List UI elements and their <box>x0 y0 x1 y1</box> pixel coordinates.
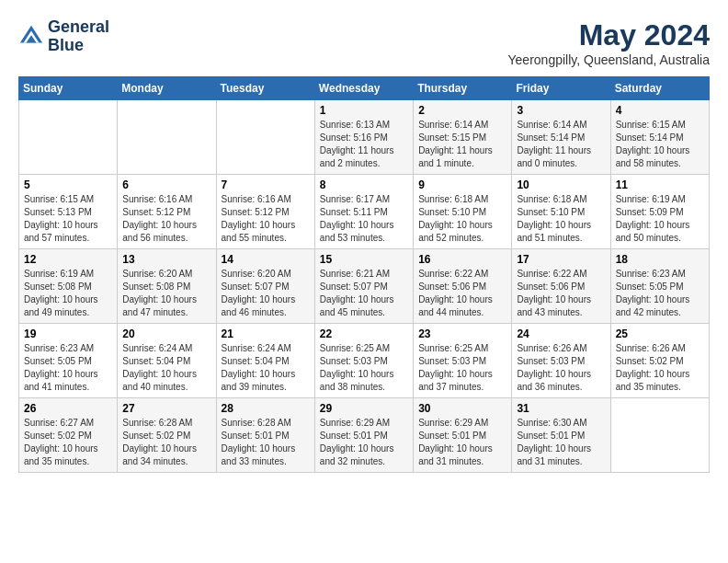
day-info: Sunrise: 6:27 AM Sunset: 5:02 PM Dayligh… <box>24 417 112 468</box>
calendar-cell: 4Sunrise: 6:15 AM Sunset: 5:14 PM Daylig… <box>610 100 709 175</box>
calendar-cell: 1Sunrise: 6:13 AM Sunset: 5:16 PM Daylig… <box>314 100 413 175</box>
calendar-cell: 2Sunrise: 6:14 AM Sunset: 5:15 PM Daylig… <box>414 100 512 175</box>
weekday-header-friday: Friday <box>512 77 610 100</box>
day-info: Sunrise: 6:22 AM Sunset: 5:06 PM Dayligh… <box>418 268 506 319</box>
weekday-header-monday: Monday <box>118 77 216 100</box>
calendar-cell <box>610 398 709 473</box>
day-info: Sunrise: 6:26 AM Sunset: 5:02 PM Dayligh… <box>616 342 704 394</box>
calendar-cell: 29Sunrise: 6:29 AM Sunset: 5:01 PM Dayli… <box>314 398 413 473</box>
day-info: Sunrise: 6:16 AM Sunset: 5:12 PM Dayligh… <box>222 193 310 245</box>
day-info: Sunrise: 6:20 AM Sunset: 5:08 PM Dayligh… <box>122 268 210 319</box>
logo-text: General Blue <box>48 18 109 55</box>
day-number: 7 <box>222 178 310 191</box>
day-info: Sunrise: 6:23 AM Sunset: 5:05 PM Dayligh… <box>616 268 704 319</box>
calendar-cell: 5Sunrise: 6:15 AM Sunset: 5:13 PM Daylig… <box>19 175 118 249</box>
calendar-cell: 18Sunrise: 6:23 AM Sunset: 5:05 PM Dayli… <box>610 249 709 324</box>
day-info: Sunrise: 6:21 AM Sunset: 5:07 PM Dayligh… <box>320 268 408 319</box>
calendar-cell: 23Sunrise: 6:25 AM Sunset: 5:03 PM Dayli… <box>414 324 512 398</box>
calendar-cell: 16Sunrise: 6:22 AM Sunset: 5:06 PM Dayli… <box>414 249 512 324</box>
weekday-header-sunday: Sunday <box>19 77 118 100</box>
week-row-1: 1Sunrise: 6:13 AM Sunset: 5:16 PM Daylig… <box>19 100 710 175</box>
day-number: 31 <box>517 402 605 415</box>
day-number: 23 <box>418 327 506 340</box>
calendar-cell <box>216 100 314 175</box>
day-info: Sunrise: 6:15 AM Sunset: 5:13 PM Dayligh… <box>24 193 112 245</box>
calendar-cell: 19Sunrise: 6:23 AM Sunset: 5:05 PM Dayli… <box>19 324 118 398</box>
day-number: 29 <box>320 402 408 415</box>
day-number: 25 <box>616 327 704 340</box>
calendar-cell: 7Sunrise: 6:16 AM Sunset: 5:12 PM Daylig… <box>216 175 314 249</box>
weekday-header-thursday: Thursday <box>414 77 512 100</box>
day-number: 4 <box>616 104 704 117</box>
day-info: Sunrise: 6:14 AM Sunset: 5:14 PM Dayligh… <box>517 119 605 170</box>
day-number: 5 <box>24 178 112 191</box>
calendar-cell: 28Sunrise: 6:28 AM Sunset: 5:01 PM Dayli… <box>216 398 314 473</box>
day-number: 17 <box>517 253 605 266</box>
calendar-cell: 6Sunrise: 6:16 AM Sunset: 5:12 PM Daylig… <box>118 175 216 249</box>
week-row-3: 12Sunrise: 6:19 AM Sunset: 5:08 PM Dayli… <box>19 249 710 324</box>
day-info: Sunrise: 6:29 AM Sunset: 5:01 PM Dayligh… <box>320 417 408 468</box>
calendar-cell: 8Sunrise: 6:17 AM Sunset: 5:11 PM Daylig… <box>314 175 413 249</box>
calendar-cell: 11Sunrise: 6:19 AM Sunset: 5:09 PM Dayli… <box>610 175 709 249</box>
day-number: 27 <box>122 402 210 415</box>
day-info: Sunrise: 6:22 AM Sunset: 5:06 PM Dayligh… <box>517 268 605 319</box>
day-number: 16 <box>418 253 506 266</box>
calendar-cell: 31Sunrise: 6:30 AM Sunset: 5:01 PM Dayli… <box>512 398 610 473</box>
day-info: Sunrise: 6:16 AM Sunset: 5:12 PM Dayligh… <box>122 193 210 245</box>
month-year: May 2024 <box>508 18 710 52</box>
calendar-cell <box>19 100 118 175</box>
day-number: 14 <box>222 253 310 266</box>
day-info: Sunrise: 6:15 AM Sunset: 5:14 PM Dayligh… <box>616 119 704 170</box>
title-block: May 2024 Yeerongpilly, Queensland, Austr… <box>508 18 710 67</box>
weekday-header-saturday: Saturday <box>610 77 709 100</box>
day-info: Sunrise: 6:23 AM Sunset: 5:05 PM Dayligh… <box>24 342 112 394</box>
day-number: 24 <box>517 327 605 340</box>
day-number: 30 <box>418 402 506 415</box>
week-row-5: 26Sunrise: 6:27 AM Sunset: 5:02 PM Dayli… <box>19 398 710 473</box>
calendar-cell: 21Sunrise: 6:24 AM Sunset: 5:04 PM Dayli… <box>216 324 314 398</box>
week-row-4: 19Sunrise: 6:23 AM Sunset: 5:05 PM Dayli… <box>19 324 710 398</box>
day-number: 11 <box>616 178 704 191</box>
day-info: Sunrise: 6:14 AM Sunset: 5:15 PM Dayligh… <box>418 119 506 170</box>
calendar-cell: 12Sunrise: 6:19 AM Sunset: 5:08 PM Dayli… <box>19 249 118 324</box>
day-number: 22 <box>320 327 408 340</box>
calendar-cell: 17Sunrise: 6:22 AM Sunset: 5:06 PM Dayli… <box>512 249 610 324</box>
calendar-cell: 25Sunrise: 6:26 AM Sunset: 5:02 PM Dayli… <box>610 324 709 398</box>
weekday-header-row: SundayMondayTuesdayWednesdayThursdayFrid… <box>19 77 710 100</box>
day-number: 19 <box>24 327 112 340</box>
page-header: General Blue May 2024 Yeerongpilly, Quee… <box>18 18 710 67</box>
calendar-cell <box>118 100 216 175</box>
calendar-table: SundayMondayTuesdayWednesdayThursdayFrid… <box>18 76 710 473</box>
day-number: 26 <box>24 402 112 415</box>
day-info: Sunrise: 6:26 AM Sunset: 5:03 PM Dayligh… <box>517 342 605 394</box>
day-number: 28 <box>222 402 310 415</box>
day-info: Sunrise: 6:29 AM Sunset: 5:01 PM Dayligh… <box>418 417 506 468</box>
day-number: 15 <box>320 253 408 266</box>
calendar-cell: 20Sunrise: 6:24 AM Sunset: 5:04 PM Dayli… <box>118 324 216 398</box>
day-info: Sunrise: 6:17 AM Sunset: 5:11 PM Dayligh… <box>320 193 408 245</box>
day-info: Sunrise: 6:19 AM Sunset: 5:08 PM Dayligh… <box>24 268 112 319</box>
day-info: Sunrise: 6:18 AM Sunset: 5:10 PM Dayligh… <box>517 193 605 245</box>
day-info: Sunrise: 6:24 AM Sunset: 5:04 PM Dayligh… <box>122 342 210 394</box>
weekday-header-tuesday: Tuesday <box>216 77 314 100</box>
day-number: 10 <box>517 178 605 191</box>
calendar-cell: 27Sunrise: 6:28 AM Sunset: 5:02 PM Dayli… <box>118 398 216 473</box>
day-number: 9 <box>418 178 506 191</box>
calendar-cell: 3Sunrise: 6:14 AM Sunset: 5:14 PM Daylig… <box>512 100 610 175</box>
day-number: 6 <box>122 178 210 191</box>
calendar-cell: 9Sunrise: 6:18 AM Sunset: 5:10 PM Daylig… <box>414 175 512 249</box>
day-info: Sunrise: 6:28 AM Sunset: 5:01 PM Dayligh… <box>222 417 310 468</box>
calendar-cell: 24Sunrise: 6:26 AM Sunset: 5:03 PM Dayli… <box>512 324 610 398</box>
calendar-cell: 14Sunrise: 6:20 AM Sunset: 5:07 PM Dayli… <box>216 249 314 324</box>
day-number: 2 <box>418 104 506 117</box>
day-number: 13 <box>122 253 210 266</box>
logo-icon <box>18 24 44 50</box>
day-number: 8 <box>320 178 408 191</box>
day-number: 21 <box>222 327 310 340</box>
day-number: 1 <box>320 104 408 117</box>
day-info: Sunrise: 6:25 AM Sunset: 5:03 PM Dayligh… <box>418 342 506 394</box>
day-info: Sunrise: 6:13 AM Sunset: 5:16 PM Dayligh… <box>320 119 408 170</box>
week-row-2: 5Sunrise: 6:15 AM Sunset: 5:13 PM Daylig… <box>19 175 710 249</box>
calendar-cell: 15Sunrise: 6:21 AM Sunset: 5:07 PM Dayli… <box>314 249 413 324</box>
weekday-header-wednesday: Wednesday <box>314 77 413 100</box>
